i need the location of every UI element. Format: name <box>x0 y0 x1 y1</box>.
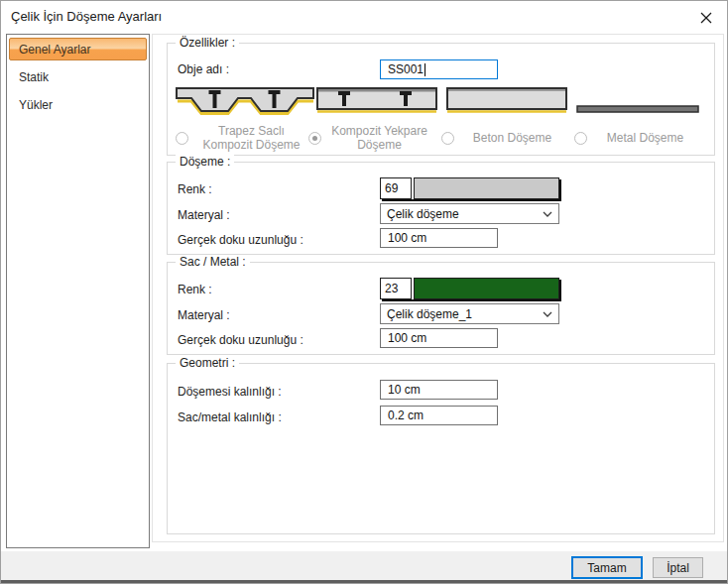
trapez-deck-image <box>176 86 315 115</box>
chevron-down-icon <box>543 311 552 317</box>
group-legend: Özellikler : <box>176 36 239 50</box>
chevron-down-icon <box>543 211 552 217</box>
ok-button[interactable]: Tamam <box>571 556 643 579</box>
doseme-kalinlik-label: Döşemesi kalınlığı : <box>178 385 282 399</box>
option-label: Metal Döşeme <box>587 131 703 145</box>
sidebar-item-genel-ayarlar[interactable]: Genel Ayarlar <box>9 38 147 60</box>
group-doseme: Döşeme : Renk : 69 Materyal : Çelik döşe… <box>167 162 715 255</box>
group-geometri: Geometri : Döşemesi kalınlığı : 10 cm Sa… <box>167 363 715 534</box>
group-legend: Döşeme : <box>176 155 234 169</box>
doseme-color-picker[interactable]: 69 <box>380 177 559 199</box>
close-icon <box>700 12 712 24</box>
sac-metal-materyal-select[interactable]: Çelik döşeme_1 <box>380 303 559 324</box>
renk-label: Renk : <box>178 283 212 296</box>
sidebar-item-statik[interactable]: Statik <box>9 65 147 88</box>
sac-metal-color-picker[interactable]: 23 <box>380 278 559 299</box>
option-label: Kompozit YekpareDöşeme <box>321 124 437 152</box>
sidebar-item-label: Genel Ayarlar <box>19 43 91 57</box>
sidebar-item-label: Yükler <box>19 98 53 112</box>
group-legend: Sac / Metal : <box>176 255 250 269</box>
doku-label: Gerçek doku uzunluğu : <box>178 333 303 347</box>
doku-value: 100 cm <box>388 331 426 345</box>
group-legend: Geometri : <box>176 356 239 370</box>
color-swatch <box>414 278 559 299</box>
sidebar-item-yukler[interactable]: Yükler <box>9 93 147 116</box>
footer-bar: Tamam İptal <box>1 551 727 580</box>
sac-kalinlik-label: Sac/metal kalınlığı : <box>178 410 282 424</box>
selected-option: Çelik döşeme <box>387 207 543 221</box>
radio-button[interactable] <box>176 132 188 145</box>
kalinlik-value: 10 cm <box>388 383 421 397</box>
option-trapez-sacli-kompozit-doseme[interactable]: Trapez SaclıKompozit Döşeme <box>176 121 314 155</box>
text-caret <box>425 63 425 76</box>
option-metal-doseme[interactable]: Metal Döşeme <box>574 121 703 155</box>
materyal-label: Materyal : <box>178 308 230 322</box>
obje-adi-input[interactable]: SS001 <box>380 59 498 79</box>
option-beton-doseme[interactable]: Beton Döşeme <box>441 121 570 155</box>
obje-adi-value: SS001 <box>388 62 424 76</box>
materyal-label: Materyal : <box>178 208 230 222</box>
option-label: Trapez SaclıKompozit Döşeme <box>188 124 314 152</box>
option-label: Beton Döşeme <box>454 131 570 145</box>
color-number: 23 <box>380 278 412 299</box>
renk-label: Renk : <box>178 182 212 196</box>
cancel-button[interactable]: İptal <box>653 557 703 578</box>
doku-value: 100 cm <box>388 231 426 245</box>
beton-deck-image <box>446 86 567 113</box>
obje-adi-label: Obje adı : <box>178 62 229 76</box>
dialog-title: Çelik İçin Döşeme Ayarları <box>11 9 162 24</box>
sac-metal-doku-input[interactable]: 100 cm <box>380 328 498 348</box>
radio-button[interactable] <box>308 132 321 145</box>
title-bar: Çelik İçin Döşeme Ayarları <box>1 1 727 34</box>
doseme-doku-input[interactable]: 100 cm <box>380 228 498 248</box>
sac-kalinlik-input[interactable]: 0.2 cm <box>380 406 498 425</box>
selected-option: Çelik döşeme_1 <box>387 307 543 321</box>
metal-deck-image <box>576 105 699 113</box>
color-number: 69 <box>380 177 412 199</box>
group-ozellikler: Özellikler : Obje adı : SS001 <box>167 43 715 156</box>
sidebar-item-label: Statik <box>19 70 49 84</box>
radio-button[interactable] <box>441 132 454 145</box>
main-panel: Özellikler : Obje adı : SS001 <box>152 34 724 542</box>
color-swatch <box>414 177 559 199</box>
sac-kalinlik-value: 0.2 cm <box>388 409 424 422</box>
doseme-materyal-select[interactable]: Çelik döşeme <box>380 203 559 224</box>
radio-button[interactable] <box>574 132 587 145</box>
doku-label: Gerçek doku uzunluğu : <box>178 233 303 247</box>
option-kompozit-yekpare-doseme[interactable]: Kompozit YekpareDöşeme <box>308 121 437 155</box>
group-sac-metal: Sac / Metal : Renk : 23 Materyal : Çelik… <box>167 262 715 355</box>
doseme-kalinlik-input[interactable]: 10 cm <box>380 380 498 400</box>
sidebar: Genel Ayarlar Statik Yükler <box>6 34 150 548</box>
dialog-window: Çelik İçin Döşeme Ayarları Genel Ayarlar… <box>0 0 728 584</box>
kompozit-deck-image <box>316 86 437 113</box>
window-bottom-edge <box>1 580 727 584</box>
close-button[interactable] <box>694 8 718 28</box>
